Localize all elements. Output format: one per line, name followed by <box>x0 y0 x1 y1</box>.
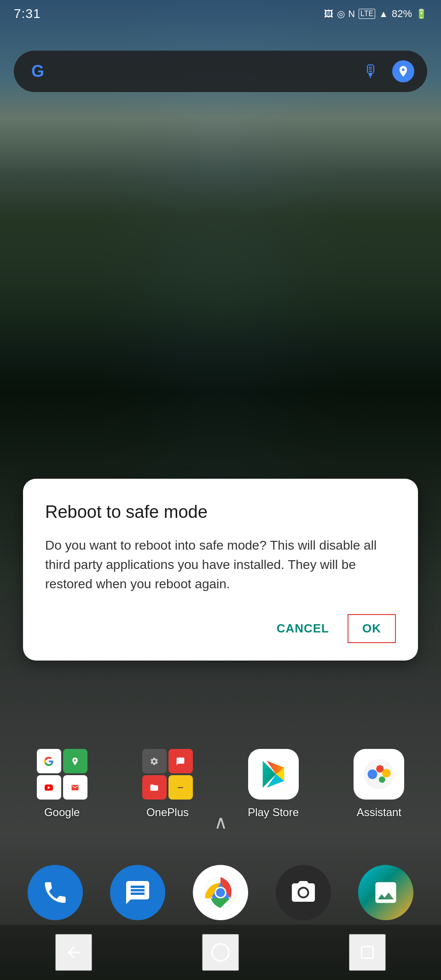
status-time: 7:31 <box>14 6 41 21</box>
battery-text: 82% <box>392 8 412 20</box>
oneplus-app-icon <box>142 749 193 800</box>
messages-mini <box>168 749 193 773</box>
nav-home-button[interactable] <box>202 934 239 971</box>
nav-recent-button[interactable] <box>349 934 386 971</box>
nav-back-button[interactable] <box>55 934 92 971</box>
oneplus-minus-mini <box>168 775 193 800</box>
svg-point-7 <box>382 769 391 777</box>
app-item-assistant[interactable]: Assistant <box>354 749 404 819</box>
oneplus-app-label: OnePlus <box>146 806 189 819</box>
bottom-dock <box>0 865 441 920</box>
app-drawer-handle[interactable]: ∧ <box>214 812 227 833</box>
svg-point-15 <box>299 888 308 897</box>
maps-mini <box>63 749 87 773</box>
dialog-title: Reboot to safe mode <box>45 502 396 523</box>
google-app-icon <box>37 749 87 800</box>
app-item-oneplus[interactable]: OnePlus <box>142 749 193 819</box>
signal-icon: ▲ <box>379 9 388 19</box>
assistant-app-icon <box>354 749 404 800</box>
ok-button[interactable]: OK <box>348 614 396 643</box>
play-store-icon <box>248 749 299 800</box>
settings-mini <box>142 749 167 773</box>
assistant-app-label: Assistant <box>357 806 401 819</box>
files-mini <box>142 775 167 800</box>
dialog-buttons: CANCEL OK <box>45 614 396 643</box>
search-bar[interactable]: G 🎙 <box>14 51 427 92</box>
status-bar: 7:31 🖼 ◎ N LTE ▲ 82% 🔋 <box>0 0 441 28</box>
google-app-label: Google <box>44 806 80 819</box>
location-icon: ◎ <box>337 8 345 19</box>
dock-phone-icon[interactable] <box>28 865 83 920</box>
lens-search-icon[interactable] <box>392 60 414 82</box>
svg-point-8 <box>379 777 385 783</box>
dock-camera-icon[interactable] <box>276 865 331 920</box>
app-item-playstore[interactable]: Play Store <box>248 749 299 819</box>
app-item-google[interactable]: Google <box>37 749 87 819</box>
svg-rect-17 <box>362 946 373 958</box>
svg-point-14 <box>216 888 225 897</box>
svg-point-16 <box>212 944 229 961</box>
gmail-mini <box>63 775 87 800</box>
nfc-icon: N <box>348 9 355 19</box>
status-icons: 🖼 ◎ N LTE ▲ 82% 🔋 <box>324 8 427 20</box>
photo-icon: 🖼 <box>324 9 333 19</box>
dock-gallery-icon[interactable] <box>358 865 413 920</box>
nav-bar <box>0 925 441 980</box>
dock-chrome-icon[interactable] <box>193 865 248 920</box>
svg-point-5 <box>368 770 377 779</box>
google-search-mini <box>37 749 61 773</box>
dialog-message: Do you want to reboot into safe mode? Th… <box>45 536 396 594</box>
lte-icon: LTE <box>359 9 375 19</box>
playstore-app-label: Play Store <box>248 806 299 819</box>
google-logo: G <box>27 60 49 82</box>
dock-messages-icon[interactable] <box>110 865 165 920</box>
cancel-button[interactable]: CANCEL <box>267 615 338 642</box>
app-grid: Google <box>0 749 441 819</box>
battery-icon: 🔋 <box>416 8 427 19</box>
youtube-mini <box>37 775 61 800</box>
safe-mode-dialog: Reboot to safe mode Do you want to reboo… <box>23 479 418 661</box>
voice-search-icon[interactable]: 🎙 <box>363 62 379 81</box>
